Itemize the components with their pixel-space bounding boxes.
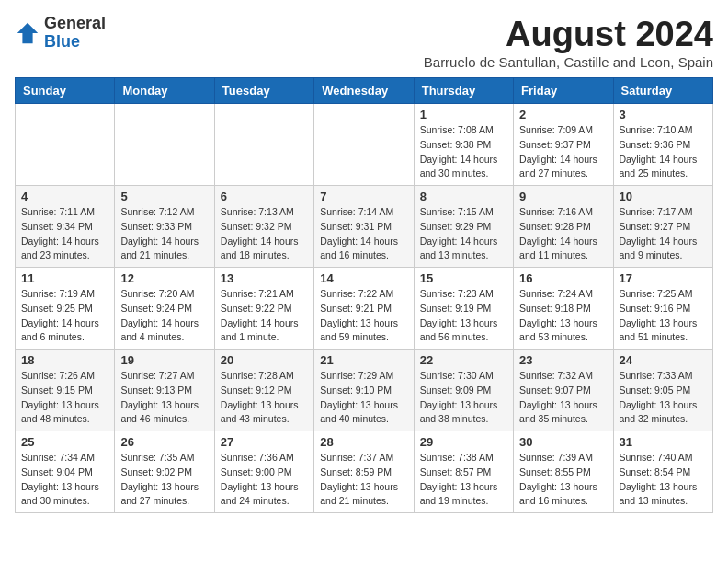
- day-info: Sunrise: 7:37 AM Sunset: 8:59 PM Dayligh…: [320, 451, 407, 509]
- day-info: Sunrise: 7:23 AM Sunset: 9:19 PM Dayligh…: [420, 287, 507, 345]
- day-number: 29: [420, 435, 507, 449]
- day-number: 7: [320, 190, 407, 203]
- calendar-cell: 30Sunrise: 7:39 AM Sunset: 8:55 PM Dayli…: [514, 431, 613, 513]
- day-info: Sunrise: 7:33 AM Sunset: 9:05 PM Dayligh…: [620, 369, 707, 427]
- day-number: 10: [620, 190, 707, 203]
- day-number: 8: [420, 190, 507, 203]
- calendar-week-row: 1Sunrise: 7:08 AM Sunset: 9:38 PM Daylig…: [16, 104, 713, 186]
- day-info: Sunrise: 7:30 AM Sunset: 9:09 PM Dayligh…: [420, 369, 507, 427]
- day-number: 6: [221, 190, 308, 203]
- day-number: 17: [620, 271, 707, 285]
- calendar-cell: 7Sunrise: 7:14 AM Sunset: 9:31 PM Daylig…: [314, 186, 414, 268]
- calendar-subtitle: Barruelo de Santullan, Castille and Leon…: [424, 54, 713, 70]
- day-info: Sunrise: 7:27 AM Sunset: 9:13 PM Dayligh…: [120, 369, 208, 427]
- day-info: Sunrise: 7:21 AM Sunset: 9:22 PM Dayligh…: [221, 287, 308, 345]
- calendar-cell: 16Sunrise: 7:24 AM Sunset: 9:18 PM Dayli…: [514, 268, 613, 350]
- day-number: 23: [519, 353, 607, 367]
- page-header: General Blue August 2024 Barruelo de San…: [15, 15, 713, 70]
- calendar-cell: 19Sunrise: 7:27 AM Sunset: 9:13 PM Dayli…: [115, 350, 214, 431]
- calendar-cell: [314, 104, 414, 186]
- day-info: Sunrise: 7:32 AM Sunset: 9:07 PM Dayligh…: [519, 369, 607, 427]
- calendar-cell: 9Sunrise: 7:16 AM Sunset: 9:28 PM Daylig…: [514, 186, 613, 268]
- calendar-cell: 2Sunrise: 7:09 AM Sunset: 9:37 PM Daylig…: [514, 104, 613, 186]
- day-info: Sunrise: 7:38 AM Sunset: 8:57 PM Dayligh…: [420, 451, 507, 509]
- calendar-cell: 29Sunrise: 7:38 AM Sunset: 8:57 PM Dayli…: [414, 431, 513, 513]
- day-number: 2: [519, 108, 607, 121]
- day-info: Sunrise: 7:40 AM Sunset: 8:54 PM Dayligh…: [620, 451, 707, 509]
- calendar-cell: 18Sunrise: 7:26 AM Sunset: 9:15 PM Dayli…: [16, 350, 115, 431]
- calendar-cell: 5Sunrise: 7:12 AM Sunset: 9:33 PM Daylig…: [115, 186, 214, 268]
- day-number: 1: [420, 108, 507, 121]
- header-day: Saturday: [613, 78, 712, 104]
- calendar-title: August 2024: [424, 15, 713, 54]
- day-info: Sunrise: 7:24 AM Sunset: 9:18 PM Dayligh…: [519, 287, 607, 345]
- day-number: 16: [519, 271, 607, 285]
- day-number: 3: [620, 108, 707, 121]
- day-number: 20: [221, 353, 308, 367]
- calendar-cell: 21Sunrise: 7:29 AM Sunset: 9:10 PM Dayli…: [314, 350, 414, 431]
- day-number: 25: [21, 435, 108, 449]
- calendar-cell: [214, 104, 313, 186]
- day-info: Sunrise: 7:36 AM Sunset: 9:00 PM Dayligh…: [221, 451, 308, 509]
- day-info: Sunrise: 7:35 AM Sunset: 9:02 PM Dayligh…: [120, 451, 208, 509]
- day-info: Sunrise: 7:28 AM Sunset: 9:12 PM Dayligh…: [221, 369, 308, 427]
- calendar-cell: 8Sunrise: 7:15 AM Sunset: 9:29 PM Daylig…: [414, 186, 513, 268]
- calendar-cell: 4Sunrise: 7:11 AM Sunset: 9:34 PM Daylig…: [16, 186, 115, 268]
- calendar-week-row: 4Sunrise: 7:11 AM Sunset: 9:34 PM Daylig…: [16, 186, 713, 268]
- header-row: SundayMondayTuesdayWednesdayThursdayFrid…: [16, 78, 713, 104]
- day-info: Sunrise: 7:16 AM Sunset: 9:28 PM Dayligh…: [519, 205, 607, 263]
- day-number: 31: [620, 435, 707, 449]
- logo-text: General Blue: [44, 15, 106, 52]
- day-number: 9: [519, 190, 607, 203]
- day-info: Sunrise: 7:09 AM Sunset: 9:37 PM Dayligh…: [519, 123, 607, 181]
- day-info: Sunrise: 7:34 AM Sunset: 9:04 PM Dayligh…: [21, 451, 108, 509]
- day-info: Sunrise: 7:10 AM Sunset: 9:36 PM Dayligh…: [620, 123, 707, 181]
- calendar-table: SundayMondayTuesdayWednesdayThursdayFrid…: [15, 77, 713, 513]
- header-day: Thursday: [414, 78, 513, 104]
- day-number: 30: [519, 435, 607, 449]
- day-info: Sunrise: 7:26 AM Sunset: 9:15 PM Dayligh…: [21, 369, 108, 427]
- calendar-cell: 17Sunrise: 7:25 AM Sunset: 9:16 PM Dayli…: [613, 268, 712, 350]
- day-number: 14: [320, 271, 407, 285]
- day-number: 12: [120, 271, 208, 285]
- calendar-cell: 10Sunrise: 7:17 AM Sunset: 9:27 PM Dayli…: [613, 186, 712, 268]
- day-number: 5: [120, 190, 208, 203]
- calendar-cell: 23Sunrise: 7:32 AM Sunset: 9:07 PM Dayli…: [514, 350, 613, 431]
- calendar-cell: 13Sunrise: 7:21 AM Sunset: 9:22 PM Dayli…: [214, 268, 313, 350]
- header-day: Wednesday: [314, 78, 414, 104]
- header-day: Friday: [514, 78, 613, 104]
- calendar-cell: [16, 104, 115, 186]
- calendar-cell: 25Sunrise: 7:34 AM Sunset: 9:04 PM Dayli…: [16, 431, 115, 513]
- calendar-cell: 15Sunrise: 7:23 AM Sunset: 9:19 PM Dayli…: [414, 268, 513, 350]
- day-number: 13: [221, 271, 308, 285]
- day-info: Sunrise: 7:29 AM Sunset: 9:10 PM Dayligh…: [320, 369, 407, 427]
- day-number: 22: [420, 353, 507, 367]
- calendar-cell: 24Sunrise: 7:33 AM Sunset: 9:05 PM Dayli…: [613, 350, 712, 431]
- day-info: Sunrise: 7:14 AM Sunset: 9:31 PM Dayligh…: [320, 205, 407, 263]
- title-section: August 2024 Barruelo de Santullan, Casti…: [424, 15, 713, 70]
- calendar-cell: 1Sunrise: 7:08 AM Sunset: 9:38 PM Daylig…: [414, 104, 513, 186]
- logo-blue: Blue: [44, 33, 106, 52]
- day-info: Sunrise: 7:15 AM Sunset: 9:29 PM Dayligh…: [420, 205, 507, 263]
- day-number: 19: [120, 353, 208, 367]
- calendar-week-row: 25Sunrise: 7:34 AM Sunset: 9:04 PM Dayli…: [16, 431, 713, 513]
- header-day: Monday: [115, 78, 214, 104]
- day-number: 28: [320, 435, 407, 449]
- day-info: Sunrise: 7:39 AM Sunset: 8:55 PM Dayligh…: [519, 451, 607, 509]
- calendar-cell: 27Sunrise: 7:36 AM Sunset: 9:00 PM Dayli…: [214, 431, 313, 513]
- calendar-cell: 28Sunrise: 7:37 AM Sunset: 8:59 PM Dayli…: [314, 431, 414, 513]
- day-info: Sunrise: 7:11 AM Sunset: 9:34 PM Dayligh…: [21, 205, 108, 263]
- calendar-cell: 14Sunrise: 7:22 AM Sunset: 9:21 PM Dayli…: [314, 268, 414, 350]
- day-info: Sunrise: 7:13 AM Sunset: 9:32 PM Dayligh…: [221, 205, 308, 263]
- day-number: 26: [120, 435, 208, 449]
- logo: General Blue: [15, 15, 106, 52]
- day-number: 18: [21, 353, 108, 367]
- day-number: 4: [21, 190, 108, 203]
- day-info: Sunrise: 7:22 AM Sunset: 9:21 PM Dayligh…: [320, 287, 407, 345]
- day-number: 21: [320, 353, 407, 367]
- day-number: 15: [420, 271, 507, 285]
- header-day: Tuesday: [214, 78, 313, 104]
- day-info: Sunrise: 7:19 AM Sunset: 9:25 PM Dayligh…: [21, 287, 108, 345]
- calendar-week-row: 11Sunrise: 7:19 AM Sunset: 9:25 PM Dayli…: [16, 268, 713, 350]
- day-info: Sunrise: 7:20 AM Sunset: 9:24 PM Dayligh…: [120, 287, 208, 345]
